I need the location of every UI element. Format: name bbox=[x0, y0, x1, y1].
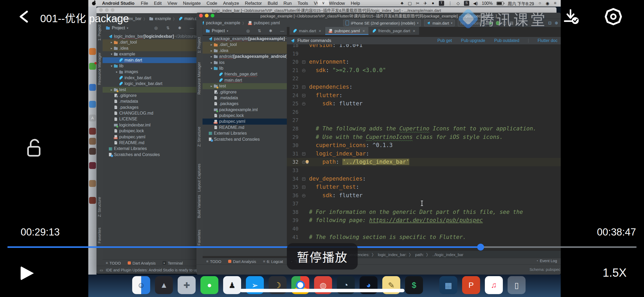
intention-bulb-icon[interactable] bbox=[306, 160, 309, 163]
tool-strip-label[interactable]: Favorites bbox=[97, 228, 102, 243]
dock-trash[interactable]: ▯ bbox=[508, 276, 526, 294]
fold-marker-icon[interactable] bbox=[302, 152, 305, 155]
left-project-tree[interactable]: logic_index_bar [logicindexbar] ~/Job/co… bbox=[103, 34, 196, 260]
contact-avatar[interactable] bbox=[89, 84, 96, 91]
minimize-button[interactable] bbox=[205, 14, 209, 17]
menu-help[interactable]: Help bbox=[351, 1, 360, 6]
contact-avatar[interactable] bbox=[89, 180, 96, 187]
right-project-panel-header[interactable]: Project ▾ ◎⇅✱— bbox=[203, 27, 287, 35]
dock-qq[interactable]: ♟ bbox=[223, 276, 241, 294]
contact-avatar[interactable] bbox=[89, 101, 96, 108]
tab-friends_page.dart[interactable]: friends_page.dart✕ bbox=[369, 27, 419, 35]
menu-tools[interactable]: Tools bbox=[298, 1, 308, 6]
tool-strip-label[interactable]: Resource Manager bbox=[97, 53, 102, 85]
editor-tabs[interactable]: main.dart✕pubspec.yaml✕friends_page.dart… bbox=[289, 27, 419, 35]
chevron-open-icon[interactable]: ▾ bbox=[109, 63, 114, 69]
chevron-open-icon[interactable]: ▾ bbox=[209, 65, 214, 71]
breadcrumb-item[interactable]: package_example bbox=[206, 21, 240, 25]
fold-marker-icon[interactable] bbox=[302, 69, 305, 72]
back-button[interactable] bbox=[18, 10, 30, 23]
dock-photos[interactable]: ▦ bbox=[439, 276, 457, 294]
tree-item[interactable]: main.dart bbox=[203, 77, 287, 83]
toolwindow-dart-analysis[interactable]: Dart Analysis bbox=[128, 261, 156, 265]
tree-item[interactable]: .metadata bbox=[203, 95, 287, 101]
device-selector[interactable]: iPhone SE (2nd generation) (mobile)▾ bbox=[343, 20, 421, 26]
progress-thumb[interactable] bbox=[477, 244, 484, 251]
tab-main.dart[interactable]: main.dart✕ bbox=[289, 27, 325, 35]
tool-strip-label[interactable]: Favorites bbox=[197, 230, 201, 246]
dock-launchpad[interactable]: ▲ bbox=[155, 276, 173, 294]
panel-header-icon[interactable]: ✱ bbox=[269, 29, 272, 33]
tool-strip-label[interactable]: Resource Manager bbox=[197, 62, 201, 95]
tree-item[interactable]: ▸.idea bbox=[203, 48, 287, 54]
zoom-button[interactable] bbox=[211, 14, 214, 17]
chevron-down-icon[interactable]: ∨ bbox=[318, 0, 329, 6]
tree-item[interactable]: ▸test bbox=[203, 83, 287, 89]
chevron-closed-icon[interactable]: ▸ bbox=[109, 39, 114, 45]
chevron-closed-icon[interactable]: ▸ bbox=[209, 42, 214, 48]
tree-item[interactable]: pubspec.yaml bbox=[203, 119, 287, 124]
chevron-closed-icon[interactable]: ▸ bbox=[109, 45, 114, 51]
fold-marker-icon[interactable] bbox=[302, 60, 305, 64]
toolwindow-6-logcat[interactable]: ≡6: Logcat bbox=[263, 259, 283, 264]
panel-header-icon[interactable]: — bbox=[190, 26, 194, 30]
menu-navigate[interactable]: Navigate bbox=[183, 1, 201, 6]
menu-build[interactable]: Build bbox=[268, 1, 278, 6]
tree-item[interactable]: LICENSE bbox=[103, 116, 196, 122]
dock-music[interactable]: ♫ bbox=[485, 276, 503, 294]
tree-item[interactable]: .packages bbox=[203, 101, 287, 107]
contact-avatar[interactable]: A bbox=[89, 115, 96, 121]
tree-item[interactable]: package_example [packageexample] ~/ bbox=[203, 36, 287, 42]
tree-item[interactable]: README.md bbox=[103, 140, 196, 146]
tree-item[interactable]: friends_page.dart bbox=[203, 71, 287, 77]
tree-item[interactable]: logic_index_bar.dart bbox=[103, 81, 196, 87]
breadcrumb-item[interactable]: example bbox=[155, 16, 171, 21]
tree-item[interactable]: ▸.dart_tool bbox=[203, 42, 287, 48]
right-project-tree[interactable]: package_example [packageexample] ~/▸.dar… bbox=[203, 36, 287, 256]
tool-strip-label[interactable]: 1: Project bbox=[197, 37, 201, 53]
menu-run[interactable]: Run bbox=[283, 1, 292, 6]
menu-window[interactable]: Window bbox=[329, 1, 345, 6]
chevron-closed-icon[interactable]: ▸ bbox=[115, 69, 119, 75]
chevron-closed-icon[interactable]: ▸ bbox=[209, 48, 214, 54]
breadcrumb-item[interactable]: pubspec.yaml bbox=[254, 21, 280, 25]
contact-avatar[interactable] bbox=[89, 63, 96, 70]
tool-strip-label[interactable]: 1: Project bbox=[97, 25, 102, 41]
tree-item[interactable]: ▸test bbox=[103, 87, 196, 93]
fold-marker-icon[interactable] bbox=[302, 177, 305, 181]
unlock-icon[interactable] bbox=[25, 138, 44, 158]
tree-item[interactable]: .gitignore bbox=[103, 93, 196, 98]
chevron-closed-icon[interactable]: ▸ bbox=[209, 83, 214, 89]
tree-item[interactable]: ▸images bbox=[103, 69, 196, 75]
editor-breadcrumb-item[interactable]: ../logic_index_bar bbox=[432, 252, 463, 257]
close-icon[interactable]: ✕ bbox=[362, 29, 365, 33]
tree-item[interactable]: index_bar.dart bbox=[103, 75, 196, 81]
tool-strip-label[interactable]: Layout Captures bbox=[197, 164, 201, 192]
tree-item[interactable]: ▾lib bbox=[103, 63, 196, 69]
screen-record-icon[interactable] bbox=[604, 8, 622, 25]
tree-item[interactable]: README.md bbox=[203, 125, 287, 130]
toolwindow-todo[interactable]: ≡TODO bbox=[206, 259, 221, 264]
close-icon[interactable]: ✕ bbox=[319, 29, 321, 33]
tree-item[interactable]: CHANGELOG.md bbox=[103, 110, 196, 116]
menu-view[interactable]: View bbox=[167, 1, 177, 6]
chevron-closed-icon[interactable]: ▸ bbox=[109, 87, 114, 93]
tree-item[interactable]: ▸.idea bbox=[103, 45, 196, 51]
tree-item[interactable]: Scratches and Consoles bbox=[103, 152, 196, 158]
dock-powerpoint[interactable]: P bbox=[462, 276, 480, 294]
close-icon[interactable]: ✕ bbox=[413, 29, 416, 33]
tab-pubspec.yaml[interactable]: pubspec.yaml✕ bbox=[325, 27, 369, 35]
dock-finder[interactable]: ☺ bbox=[132, 276, 150, 294]
panel-header-icon[interactable]: ◎ bbox=[154, 26, 158, 30]
right-toolwindow-bar[interactable]: ≡TODODart Analysis≡6: Logcat▸Terminal bbox=[203, 258, 561, 265]
home-indicator[interactable] bbox=[240, 289, 404, 292]
tree-item[interactable]: logicindexbar.iml bbox=[103, 122, 196, 128]
toolwindow-dart-analysis[interactable]: Dart Analysis bbox=[228, 259, 256, 264]
tree-item[interactable]: ▸ios bbox=[203, 60, 287, 65]
screen-record-icon[interactable]: ⊕ bbox=[555, 21, 558, 25]
chevron-closed-icon[interactable]: ▸ bbox=[209, 60, 214, 65]
contact-avatar[interactable] bbox=[89, 48, 96, 55]
fold-marker-icon[interactable] bbox=[302, 186, 305, 189]
contact-avatar[interactable] bbox=[89, 138, 96, 145]
close-button[interactable] bbox=[199, 14, 203, 17]
